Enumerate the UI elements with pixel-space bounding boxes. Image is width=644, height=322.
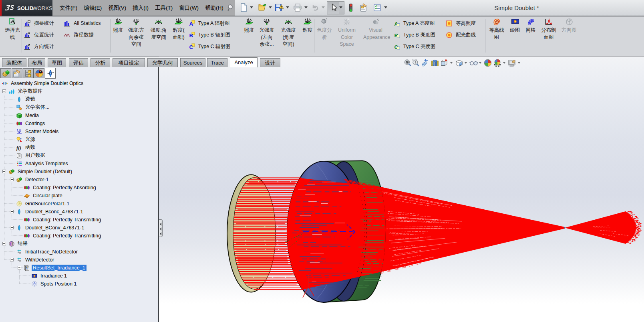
menu-item-6[interactable]: 帮助(H) xyxy=(202,0,227,16)
tree-item[interactable]: 结果 xyxy=(8,240,29,248)
save-button[interactable] xyxy=(274,3,284,12)
ribbon-button-select-rays[interactable]: 选择光 线 xyxy=(0,18,25,41)
tree-expander[interactable] xyxy=(10,226,14,229)
tab-布局[interactable]: 布局 xyxy=(28,58,45,67)
display-style-dropdown[interactable] xyxy=(465,62,467,64)
menu-item-4[interactable]: 工具(T) xyxy=(152,0,176,16)
print-dropdown[interactable] xyxy=(304,6,308,8)
ribbon-button-type-c-rad[interactable]: CType C 辐射图 xyxy=(188,43,231,51)
tree-item[interactable]: 光源 xyxy=(16,136,36,144)
open-button[interactable] xyxy=(258,3,267,12)
tree-expander[interactable] xyxy=(2,170,6,173)
tree-item[interactable]: 透镜 xyxy=(16,95,36,103)
options-list-button[interactable] xyxy=(372,3,382,12)
menu-item-1[interactable]: 编辑(E) xyxy=(80,0,105,16)
tab-Analyze[interactable]: Analyze xyxy=(230,57,258,67)
tree-item[interactable]: Simple Doublet (Default) xyxy=(8,168,73,176)
menu-item-3[interactable]: 插入(I) xyxy=(129,0,152,16)
tab-Trace[interactable]: Trace xyxy=(207,58,227,67)
view-orientation-icon[interactable] xyxy=(440,59,448,67)
tree-item[interactable]: Coatings xyxy=(16,119,46,128)
tab-Sources[interactable]: Sources xyxy=(180,58,205,67)
save-dropdown[interactable] xyxy=(286,6,289,8)
tree-item[interactable]: Spots Position 1 xyxy=(31,280,78,288)
ribbon-button-stat-summary[interactable]: 摘要统计 xyxy=(24,19,54,27)
new-document-button[interactable] xyxy=(239,3,248,12)
ribbon-button-path-data[interactable]: 路径数据 xyxy=(64,31,94,39)
ribbon-button-lum-patch[interactable]: 辉度( 面积) xyxy=(166,18,191,41)
apply-scene-dropdown[interactable] xyxy=(503,62,505,64)
tree-item[interactable]: Analysis Templates xyxy=(16,160,69,168)
ribbon-button-type-a-rad[interactable]: AType A 辐射图 xyxy=(188,19,230,27)
options-list-dropdown[interactable] xyxy=(384,6,387,8)
apply-scene-icon[interactable] xyxy=(493,59,501,67)
ribbon-button-stat-direction[interactable]: 方向统计 xyxy=(24,43,54,51)
edit-properties-button[interactable] xyxy=(359,3,368,12)
new-document-dropdown[interactable] xyxy=(250,6,253,8)
hide-show-items-icon[interactable] xyxy=(469,59,477,67)
tree-expander[interactable] xyxy=(2,89,6,93)
ribbon-button-type-b-lum[interactable]: BType B 亮度图 xyxy=(393,31,435,39)
undo-button[interactable] xyxy=(310,3,320,12)
search-pushpin-icon[interactable] xyxy=(226,4,235,12)
menu-item-5[interactable]: 窗口(W) xyxy=(176,0,202,16)
tree-item[interactable]: Assembly Simple Doublet Optics xyxy=(2,79,85,87)
traffic-light-button[interactable] xyxy=(346,3,356,12)
panel-tab-optics-manager[interactable] xyxy=(45,68,56,79)
tree-item[interactable]: GridSourcePolar1-1 xyxy=(16,200,70,208)
ribbon-button-int-rays[interactable]: 强度:方 向余弦 空间 xyxy=(124,18,149,48)
tree-item[interactable]: Doublet_Bconc_476371-1 xyxy=(16,208,85,216)
ribbon-button-iso-illum[interactable]: 等高照度 xyxy=(446,19,476,27)
tab-草图[interactable]: 草图 xyxy=(48,58,66,67)
panel-tab-feature-manager[interactable] xyxy=(0,68,11,78)
open-dropdown[interactable] xyxy=(269,6,272,8)
tree-item[interactable]: Coating: Perfectly Transmitting xyxy=(24,232,102,240)
select-cursor-button[interactable] xyxy=(329,3,339,12)
tree-item[interactable]: Media xyxy=(16,111,40,119)
ribbon-button-int-curve[interactable]: 配光曲线 xyxy=(446,31,476,39)
tree-item[interactable]: Circular plate xyxy=(24,192,64,200)
ribbon-button-stat-all[interactable]: All Statistics xyxy=(64,19,101,27)
ribbon-button-type-c-lum[interactable]: CType C 亮度图 xyxy=(393,43,436,51)
menu-item-0[interactable]: 文件(F) xyxy=(56,0,80,16)
section-view-icon[interactable] xyxy=(431,59,439,67)
print-button[interactable] xyxy=(293,3,302,12)
display-style-icon[interactable] xyxy=(455,59,463,67)
view-settings-dropdown[interactable] xyxy=(518,62,520,64)
ribbon-button-type-a-lum[interactable]: AType A 亮度图 xyxy=(393,19,435,27)
zoom-fit-icon[interactable] xyxy=(404,59,412,67)
panel-tab-display-manager[interactable] xyxy=(34,68,44,78)
select-cursor-dropdown[interactable] xyxy=(339,6,342,8)
tab-光学几何[interactable]: 光学几何 xyxy=(147,58,178,67)
view-settings-icon[interactable] xyxy=(507,59,515,67)
tab-评估[interactable]: 评估 xyxy=(69,58,88,67)
tree-item[interactable]: Coating: Perfectly Transmitting xyxy=(24,216,102,224)
ribbon-button-stat-position[interactable]: 位置统计 xyxy=(24,31,54,39)
tree-item[interactable]: ResultSet_Irradiance_1 xyxy=(24,264,87,272)
panel-splitter[interactable] xyxy=(159,219,163,237)
tab-装配体[interactable]: 装配体 xyxy=(2,58,26,67)
tree-item[interactable]: InitialTrace_NoDetector xyxy=(16,248,79,256)
tree-item[interactable]: Detector-1 xyxy=(16,176,50,184)
panel-tab-property-manager[interactable] xyxy=(12,68,22,78)
ribbon-button-type-b-rad[interactable]: BType B 辐射图 xyxy=(188,31,230,39)
view-orientation-dropdown[interactable] xyxy=(450,62,453,64)
tree-item[interactable]: 用户数据 xyxy=(16,152,46,160)
tree-item[interactable]: Irradiance 1 xyxy=(31,272,68,280)
undo-dropdown[interactable] xyxy=(322,6,325,8)
hide-show-items-dropdown[interactable] xyxy=(479,62,481,64)
zoom-area-icon[interactable] xyxy=(412,59,420,67)
tree-item[interactable]: 光学数据库 xyxy=(8,87,44,95)
tree-item[interactable]: f()函数 xyxy=(16,144,36,152)
tree-expander[interactable] xyxy=(10,258,14,261)
tree-item[interactable]: Scatter Models xyxy=(16,128,60,136)
graphics-viewport[interactable] xyxy=(159,57,644,322)
tab-项目设定[interactable]: 项目设定 xyxy=(113,58,145,67)
panel-tab-configuration-manager[interactable] xyxy=(23,68,34,78)
tab-分析[interactable]: 分析 xyxy=(91,58,110,67)
previous-view-icon[interactable] xyxy=(421,59,429,67)
tree-expander[interactable] xyxy=(2,242,6,245)
tree-expander[interactable] xyxy=(10,178,14,181)
tree-expander[interactable] xyxy=(18,266,21,269)
edit-appearance-icon[interactable] xyxy=(484,59,492,67)
